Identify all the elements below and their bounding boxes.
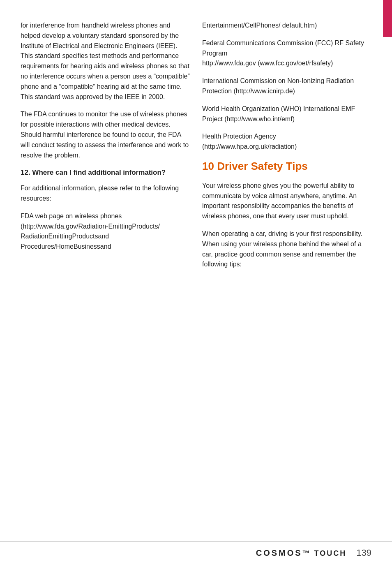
left-para-3: For additional information, please refer… [21, 183, 190, 204]
resource-fda-web: FDA web page on wireless phones (http://… [21, 211, 190, 252]
content-area: for interference from handheld wireless … [0, 0, 392, 541]
driver-safety-para-2: When operating a car, driving is your fi… [202, 229, 371, 270]
footer-page-number: 139 [356, 548, 371, 558]
page-container: for interference from handheld wireless … [0, 0, 392, 564]
left-para-2: The FDA continues to monitor the use of … [21, 109, 190, 160]
footer-cosmos: COSMOS [256, 548, 302, 557]
footer-brand: COSMOS™ TOUCH [256, 548, 347, 558]
footer: COSMOS™ TOUCH 139 [0, 541, 392, 564]
footer-model: TOUCH [314, 549, 347, 557]
driver-safety-title: 10 Driver Safety Tips [202, 159, 371, 173]
resource-hpa: Health Protection Agency (http://www.hpa… [202, 132, 371, 152]
resource-fcc-label: Federal Communications Commission (FCC) … [202, 39, 364, 57]
resource-fcc: Federal Communications Commission (FCC) … [202, 38, 371, 69]
resource-who: World Health Organization (WHO) Internat… [202, 104, 371, 125]
resource-entertainment: Entertainment/CellPhones/ default.htm) [202, 21, 371, 31]
resource-hpa-label: Health Protection Agency [202, 133, 276, 140]
left-column: for interference from handheld wireless … [21, 21, 190, 533]
resource-icnirp: International Commission on Non-Ionizing… [202, 76, 371, 97]
resource-hpa-url: (http://www.hpa.org.uk/radiation) [202, 143, 297, 150]
right-column: Entertainment/CellPhones/ default.htm) F… [202, 21, 371, 533]
bookmark-tab [383, 0, 392, 37]
left-para-1: for interference from handheld wireless … [21, 21, 190, 102]
section-12-heading: 12. Where can I find additional informat… [21, 168, 190, 178]
resource-fcc-url: http://www.fda.gov (www.fcc.gov/oet/rfsa… [202, 60, 333, 67]
driver-safety-para-1: Your wireless phone gives you the powerf… [202, 181, 371, 222]
